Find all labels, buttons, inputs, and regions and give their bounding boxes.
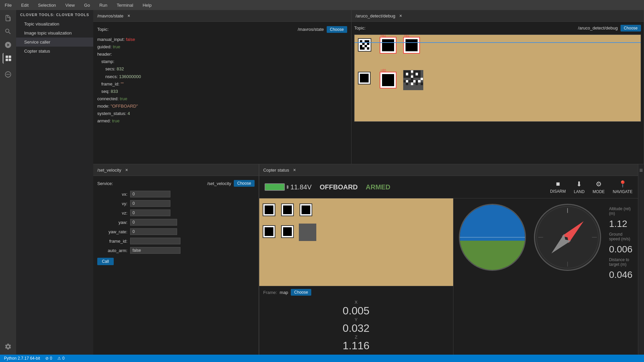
set-velocity-panel: /set_velocity × Service: /set_velocity C… xyxy=(93,164,259,355)
service-label: Service: xyxy=(97,181,113,186)
ground-speed-value: 0.006 xyxy=(609,244,633,255)
frame-row: Frame: map Choose xyxy=(259,286,453,298)
right-bar-icon[interactable]: ≡ xyxy=(639,167,643,174)
sidebar-icon-git[interactable] xyxy=(3,40,13,50)
copter-status-tab-label: Copter status xyxy=(263,168,289,173)
field-vz-input[interactable] xyxy=(130,209,170,216)
aruco-image-top: =81 =81 =8 xyxy=(354,35,641,122)
battery-bar xyxy=(265,183,285,191)
menu-view[interactable]: View xyxy=(63,2,77,8)
sidebar-item-service-caller[interactable]: Service caller xyxy=(16,38,93,47)
bottom-marker-4 xyxy=(263,225,275,238)
sidebar-item-topic-viz[interactable]: Topic visualization xyxy=(16,19,93,28)
mavros-tab[interactable]: /mavros/state × xyxy=(93,10,351,22)
field-frame-id: frame_id: xyxy=(97,238,255,244)
y-axis-label: Y xyxy=(355,317,358,322)
copter-status-tab[interactable]: Copter status × xyxy=(259,164,638,176)
set-velocity-tab-close[interactable]: × xyxy=(125,167,128,173)
aruco-tab[interactable]: /aruco_detect/debug × xyxy=(352,10,644,22)
field-vy-input[interactable] xyxy=(130,200,170,207)
aruco-marker-2: =81 xyxy=(380,37,396,54)
z-axis-value: 1.116 xyxy=(343,340,370,352)
y-axis-value: 0.032 xyxy=(343,322,370,335)
x-axis-value: 0.005 xyxy=(343,305,370,317)
menu-edit[interactable]: Edit xyxy=(19,2,31,8)
field-auto-arm-input[interactable] xyxy=(130,247,180,254)
menu-run[interactable]: Run xyxy=(97,2,109,8)
field-vz: vz: xyxy=(97,209,255,216)
mavros-choose-btn[interactable]: Choose xyxy=(327,26,347,33)
sidebar-title: CLOVER TOOLS: CLOVER TOOLS xyxy=(16,10,93,19)
disarm-icon: ■ xyxy=(556,180,560,188)
menu-go[interactable]: Go xyxy=(82,2,92,8)
bottom-marker-qr xyxy=(299,224,316,241)
altitude-value: 1.12 xyxy=(609,219,633,229)
aruco-marker-3: =81 xyxy=(403,37,420,54)
field-vx-input[interactable] xyxy=(130,191,170,197)
aruco-choose-btn[interactable]: Choose xyxy=(621,25,641,32)
copter-actions: ■ DISARM ⬇ LAND ⚙ MODE xyxy=(550,180,633,194)
warnings-count: ⊘ 0 xyxy=(45,356,52,361)
aruco-tab-close[interactable]: × xyxy=(399,13,402,18)
field-yaw-rate-input[interactable] xyxy=(130,228,177,235)
sidebar-icon-extensions[interactable] xyxy=(3,53,13,64)
aruco-topic-value: /aruco_detect/debug xyxy=(368,24,618,32)
menu-terminal[interactable]: Terminal xyxy=(115,2,135,8)
battery-voltage: 11.84V xyxy=(290,183,312,191)
mavros-tab-label: /mavros/state xyxy=(97,13,123,18)
aruco-topic-line: Topic: /aruco_detect/debug Choose xyxy=(354,24,641,32)
map-image-panel: Frame: map Choose X 0.005 Y 0.032 Z 1.11… xyxy=(259,198,453,355)
menu-help[interactable]: Help xyxy=(141,2,154,8)
horizon-line xyxy=(460,237,525,238)
frame-value: map xyxy=(280,290,288,295)
bottom-marker-5 xyxy=(281,225,294,238)
sidebar-icon-search[interactable] xyxy=(3,26,13,37)
aruco-image-bottom xyxy=(259,198,453,286)
mode-label: MODE xyxy=(593,189,605,194)
mavros-panel: /mavros/state × Topic: /mavros/state Cho… xyxy=(93,10,352,164)
field-yaw: yaw: xyxy=(97,219,255,226)
bottom-marker-2 xyxy=(281,203,294,216)
stats-horizon-panel: Altitude (rel) (m) 1.12 Ground speed (m/… xyxy=(453,198,638,355)
service-choose-btn[interactable]: Choose xyxy=(234,180,254,187)
aruco-marker-5: =80 xyxy=(380,72,396,88)
sidebar-icons xyxy=(0,10,16,355)
field-frame-id-input[interactable] xyxy=(130,238,180,244)
disarm-action[interactable]: ■ DISARM xyxy=(550,180,566,194)
mode-offboard: OFFBOARD xyxy=(320,183,358,191)
field-yaw-input[interactable] xyxy=(130,219,177,226)
menu-selection[interactable]: Selection xyxy=(36,2,58,8)
frame-label: Frame: xyxy=(263,290,277,295)
sidebar-icon-robot[interactable] xyxy=(3,69,13,80)
menu-file[interactable]: File xyxy=(3,2,14,8)
svg-rect-2 xyxy=(6,59,8,61)
set-velocity-tab[interactable]: /set_velocity × xyxy=(93,164,259,176)
sidebar-item-copter-status[interactable]: Copter status xyxy=(16,47,93,56)
python-version: Python 2.7.17 64-bit xyxy=(4,356,40,361)
sidebar-icon-settings[interactable] xyxy=(3,341,13,352)
horizon-display xyxy=(459,204,526,271)
field-auto-arm-label: auto_arm: xyxy=(97,248,127,253)
navigate-label: NAVIGATE xyxy=(613,189,633,194)
sidebar-icon-files[interactable] xyxy=(3,13,13,23)
horizon-sky xyxy=(460,205,525,241)
svg-rect-3 xyxy=(9,59,11,61)
mavros-topic-value: /mavros/state xyxy=(111,26,324,33)
field-frame-id-label: frame_id: xyxy=(97,239,127,244)
right-icon-bar: ≡ xyxy=(638,164,644,355)
aruco-tab-label: /aruco_detect/debug xyxy=(356,13,395,18)
sidebar-item-image-topic-viz[interactable]: Image topic visualization xyxy=(16,28,93,38)
field-vy: vy: xyxy=(97,200,255,207)
mavros-tab-close[interactable]: × xyxy=(127,13,130,18)
mode-action[interactable]: ⚙ MODE xyxy=(593,180,605,194)
aruco-marker-qr xyxy=(403,70,423,90)
status-bar: Python 2.7.17 64-bit ⊘ 0 ⚠ 0 xyxy=(0,355,644,362)
call-button[interactable]: Call xyxy=(97,258,114,265)
distance-target-label: Distance to target (m) xyxy=(609,257,633,267)
aruco-panel: /aruco_detect/debug × Topic: /aruco_dete… xyxy=(352,10,644,164)
land-action[interactable]: ⬇ LAND xyxy=(574,180,585,194)
stats-display: Altitude (rel) (m) 1.12 Ground speed (m/… xyxy=(609,204,633,280)
frame-choose-btn[interactable]: Choose xyxy=(291,289,311,296)
navigate-action[interactable]: 📍 NAVIGATE xyxy=(613,180,633,194)
copter-status-tab-close[interactable]: × xyxy=(293,167,296,173)
